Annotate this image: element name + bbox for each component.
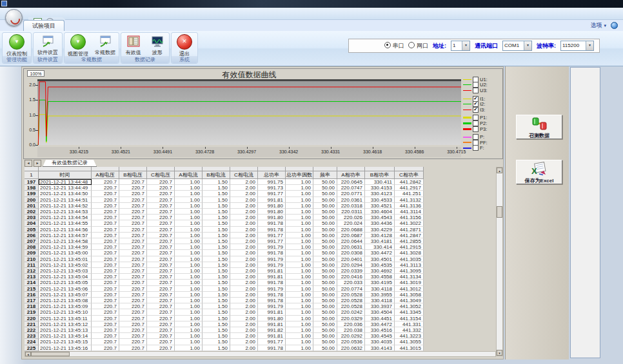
waveform-button[interactable]: 波形 xyxy=(145,33,169,57)
table-cell[interactable]: 1.50 xyxy=(203,227,230,233)
table-cell[interactable]: 1.00 xyxy=(175,220,203,226)
table-cell[interactable]: 1.00 xyxy=(286,321,313,327)
table-cell[interactable]: 220.7 xyxy=(119,262,147,268)
table-cell[interactable]: 1.00 xyxy=(175,256,203,262)
table-cell[interactable]: 1.50 xyxy=(203,256,230,262)
table-cell[interactable]: 2021-12-21 13:45:15 xyxy=(39,339,92,345)
row-number-cell[interactable]: 219 xyxy=(25,309,39,315)
table-cell[interactable]: 220.7 xyxy=(92,191,119,196)
table-cell[interactable]: 220.7 xyxy=(119,280,147,285)
column-header[interactable]: A相功率 xyxy=(337,171,365,179)
table-cell[interactable]: 991.81 xyxy=(258,309,286,315)
table-cell[interactable]: 1.00 xyxy=(175,238,203,244)
table-cell[interactable]: 50.00 xyxy=(313,179,337,185)
table-cell[interactable]: 1.50 xyxy=(203,238,230,244)
table-cell[interactable]: 50.00 xyxy=(313,197,337,203)
table-cell[interactable]: 220.0771 xyxy=(337,191,365,196)
table-cell[interactable]: 1.00 xyxy=(175,197,203,203)
table-cell[interactable]: 220.7 xyxy=(147,327,175,333)
table-cell[interactable]: 1.00 xyxy=(175,274,203,280)
legend-checkbox[interactable]: ✔ xyxy=(473,107,479,113)
table-cell[interactable]: 220.0631 xyxy=(337,244,365,250)
table-cell[interactable]: 2.00 xyxy=(230,286,258,292)
table-cell[interactable]: 1.50 xyxy=(203,191,230,196)
table-cell[interactable]: 1.00 xyxy=(286,345,313,351)
table-cell[interactable]: 220.7 xyxy=(92,327,119,333)
table-cell[interactable]: 220.7 xyxy=(92,316,119,321)
table-cell[interactable]: 2021-12-21 13:45:03 xyxy=(39,268,92,274)
table-cell[interactable]: 220.7 xyxy=(147,292,175,298)
table-cell[interactable]: 220.033 xyxy=(337,280,365,285)
table-cell[interactable]: 220.0329 xyxy=(337,316,365,321)
row-number-cell[interactable]: 206 xyxy=(25,233,39,238)
table-cell[interactable]: 220.7 xyxy=(147,256,175,262)
table-cell[interactable]: 2.00 xyxy=(230,203,258,209)
table-cell[interactable]: 220.7 xyxy=(92,274,119,280)
row-number-cell[interactable]: 224 xyxy=(25,339,39,345)
table-cell[interactable]: 330.4118 xyxy=(365,298,395,303)
table-cell[interactable]: 50.00 xyxy=(313,280,337,285)
row-number-cell[interactable]: 198 xyxy=(25,185,39,191)
table-cell[interactable]: 1.00 xyxy=(175,203,203,209)
table-cell[interactable]: 2021-12-21 13:45:16 xyxy=(39,345,92,351)
legend-entry-U2[interactable]: U2: xyxy=(463,82,502,88)
table-cell[interactable]: 1.50 xyxy=(203,339,230,345)
table-cell[interactable]: 1.50 xyxy=(203,280,230,285)
table-cell[interactable]: 1.00 xyxy=(286,233,313,238)
legend-checkbox[interactable] xyxy=(473,145,479,151)
table-cell[interactable]: 2.00 xyxy=(230,233,258,238)
table-cell[interactable]: 330.4692 xyxy=(365,268,395,274)
table-cell[interactable]: 441.3134 xyxy=(395,274,424,280)
table-cell[interactable]: 991.80 xyxy=(258,203,286,209)
table-cell[interactable]: 50.00 xyxy=(313,215,337,220)
table-cell[interactable]: 220.7 xyxy=(119,191,147,196)
table-cell[interactable]: 1.00 xyxy=(175,316,203,321)
column-header[interactable]: B相电流 xyxy=(203,171,230,179)
scroll-up-icon[interactable]: ▴ xyxy=(497,168,502,173)
table-cell[interactable]: 220.7 xyxy=(92,203,119,209)
table-cell[interactable]: 220.7 xyxy=(92,262,119,268)
table-cell[interactable]: 330.4533 xyxy=(365,197,395,203)
table-cell[interactable]: 2021-12-21 13:44:55 xyxy=(39,220,92,226)
table-cell[interactable]: 1.00 xyxy=(286,316,313,321)
table-row[interactable]: 2042021-12-21 13:44:55220.7220.7220.71.0… xyxy=(25,220,424,226)
table-cell[interactable]: 220.7 xyxy=(147,227,175,233)
table-cell[interactable]: 2.00 xyxy=(230,303,258,309)
table-cell[interactable]: 1.00 xyxy=(175,321,203,327)
table-cell[interactable]: 991.80 xyxy=(258,316,286,321)
table-cell[interactable]: 220.7 xyxy=(92,321,119,327)
table-row[interactable]: 2232021-12-21 13:45:14220.7220.7220.71.0… xyxy=(25,333,424,339)
table-cell[interactable]: 441.3055 xyxy=(395,339,424,345)
column-header[interactable]: 时间 xyxy=(39,171,92,179)
column-header[interactable]: C相电流 xyxy=(230,171,258,179)
legend-entry-U3[interactable]: U3: xyxy=(463,88,502,93)
table-cell[interactable]: 441.3058 xyxy=(395,292,424,298)
table-cell[interactable]: 220.7 xyxy=(119,274,147,280)
table-cell[interactable]: 1.50 xyxy=(203,179,230,185)
table-cell[interactable]: 220.7 xyxy=(119,292,147,298)
table-cell[interactable]: 220.7 xyxy=(92,250,119,256)
table-cell[interactable]: 220.0416 xyxy=(337,274,365,280)
table-cell[interactable]: 220.7 xyxy=(147,191,175,196)
table-cell[interactable]: 991.79 xyxy=(258,256,286,262)
table-cell[interactable]: 220.7 xyxy=(147,316,175,321)
legend-entry-P1[interactable]: P1: xyxy=(463,115,502,121)
table-cell[interactable]: 441.3132 xyxy=(395,197,424,203)
table-cell[interactable]: 2021-12-21 13:45:08 xyxy=(39,298,92,303)
table-cell[interactable]: 1.50 xyxy=(203,268,230,274)
row-number-cell[interactable]: 197 xyxy=(25,179,39,185)
table-cell[interactable]: 330.4195 xyxy=(365,280,395,285)
table-cell[interactable]: 2021-12-21 13:44:57 xyxy=(39,233,92,238)
table-cell[interactable]: 1.50 xyxy=(203,274,230,280)
table-cell[interactable]: 330.4035 xyxy=(365,339,395,345)
row-number-cell[interactable]: 210 xyxy=(25,256,39,262)
table-cell[interactable]: 220.7 xyxy=(119,233,147,238)
table-cell[interactable]: 1.00 xyxy=(175,233,203,238)
table-cell[interactable]: 1.50 xyxy=(203,345,230,351)
table-cell[interactable]: 330.4153 xyxy=(365,185,395,191)
table-cell[interactable]: 220.7 xyxy=(147,321,175,327)
network-radio[interactable]: 网口 xyxy=(408,42,428,50)
table-cell[interactable]: 1.00 xyxy=(286,179,313,185)
view-management-button[interactable]: ▼ 视图管理 xyxy=(65,33,91,57)
window-icon[interactable] xyxy=(1,1,7,6)
